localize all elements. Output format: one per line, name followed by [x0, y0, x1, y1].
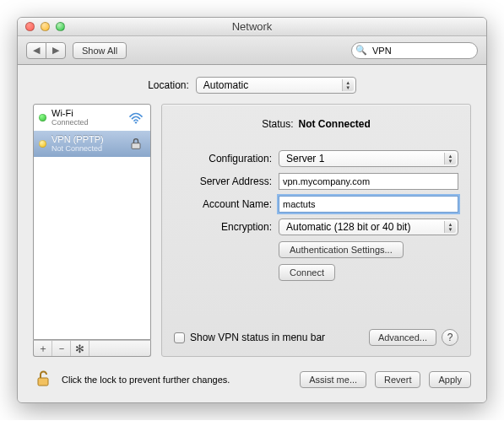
status-value: Not Connected: [299, 118, 371, 130]
network-prefs-window: Network ◀ ▶ Show All 🔍 ✕ Location: Autom…: [17, 17, 487, 403]
advanced-button[interactable]: Advanced...: [369, 329, 436, 346]
window-title: Network: [18, 20, 486, 33]
unlock-icon[interactable]: [33, 369, 53, 391]
service-item-vpn[interactable]: VPN (PPTP) Not Connected: [34, 131, 150, 157]
show-all-button[interactable]: Show All: [73, 42, 127, 59]
service-list[interactable]: Wi-Fi Connected VPN (PPTP) Not Connected: [33, 104, 151, 340]
service-list-footer: ＋ － ✻: [33, 340, 151, 357]
chevron-right-icon: ▶: [52, 45, 59, 56]
apply-button[interactable]: Apply: [429, 371, 471, 388]
encryption-popup[interactable]: Automatic (128 bit or 40 bit) ▲▼: [279, 218, 458, 235]
wifi-icon: [127, 111, 145, 124]
chevron-updown-icon: ▲▼: [342, 79, 354, 91]
status-dot: [39, 140, 46, 148]
authentication-settings-button[interactable]: Authentication Settings...: [279, 241, 404, 258]
configuration-label: Configuration:: [174, 153, 272, 165]
titlebar: Network: [18, 18, 486, 36]
server-address-field[interactable]: [279, 173, 458, 190]
minimize-button[interactable]: [41, 22, 50, 31]
status-dot: [39, 114, 46, 121]
detail-pane: Status: Not Connected Configuration: Ser…: [161, 104, 471, 357]
location-popup[interactable]: Automatic ▲▼: [196, 77, 356, 94]
lock-icon: [127, 137, 145, 150]
service-column: Wi-Fi Connected VPN (PPTP) Not Connected: [33, 104, 151, 357]
toolbar: ◀ ▶ Show All 🔍 ✕: [18, 36, 486, 65]
help-button[interactable]: ?: [442, 329, 458, 346]
chevron-updown-icon: ▲▼: [444, 221, 456, 233]
svg-rect-1: [132, 143, 140, 149]
show-vpn-status-label: Show VPN status in menu bar: [190, 332, 325, 343]
location-label: Location:: [148, 79, 189, 91]
status-label: Status:: [262, 118, 293, 130]
svg-point-0: [135, 121, 137, 123]
chevron-left-icon: ◀: [33, 45, 40, 56]
assist-me-button[interactable]: Assist me...: [300, 371, 366, 388]
configuration-popup[interactable]: Server 1 ▲▼: [279, 150, 458, 167]
account-name-label: Account Name:: [174, 198, 272, 210]
add-service-button[interactable]: ＋: [34, 341, 52, 356]
service-action-menu[interactable]: ✻: [71, 341, 89, 356]
search-field[interactable]: 🔍 ✕: [351, 42, 478, 59]
chevron-updown-icon: ▲▼: [444, 153, 456, 165]
show-vpn-status-checkbox[interactable]: [174, 332, 185, 343]
server-address-label: Server Address:: [174, 175, 272, 187]
svg-rect-2: [38, 378, 48, 386]
revert-button[interactable]: Revert: [375, 371, 420, 388]
forward-button[interactable]: ▶: [46, 42, 66, 59]
search-input[interactable]: [371, 45, 487, 57]
account-name-field[interactable]: [279, 196, 458, 213]
zoom-button[interactable]: [56, 22, 65, 31]
content-area: Location: Automatic ▲▼ Wi-Fi Connected: [18, 65, 486, 402]
lock-text: Click the lock to prevent further change…: [62, 375, 230, 385]
search-icon: 🔍: [355, 45, 367, 56]
service-item-wifi[interactable]: Wi-Fi Connected: [34, 105, 150, 131]
back-button[interactable]: ◀: [26, 42, 46, 59]
connect-button[interactable]: Connect: [279, 264, 335, 281]
encryption-label: Encryption:: [174, 221, 272, 233]
close-button[interactable]: [25, 22, 35, 31]
remove-service-button[interactable]: －: [52, 341, 71, 356]
